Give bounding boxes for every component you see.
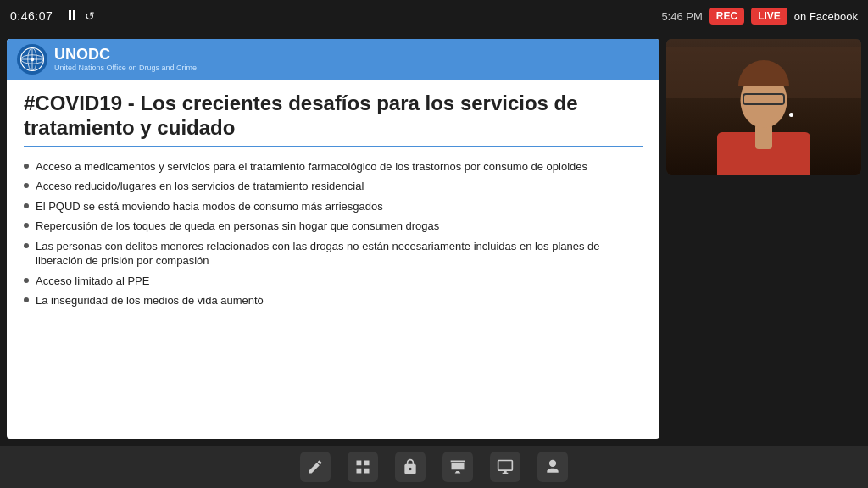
timer-display: 0:46:07 <box>10 9 53 23</box>
slide-divider <box>24 146 643 147</box>
bullet-text: Repercusión de los toques de queda en pe… <box>36 219 439 234</box>
bullet-item: Acceso reducido/lugares en los servicios… <box>24 179 643 194</box>
bullet-text: Acceso reducido/lugares en los servicios… <box>36 179 364 194</box>
lock-button[interactable] <box>395 452 426 482</box>
bullet-dot <box>24 243 29 248</box>
bullet-item: El PQUD se está moviendo hacia modos de … <box>24 199 643 214</box>
bullet-item: Repercusión de los toques de queda en pe… <box>24 219 643 234</box>
main-area: UNODC United Nations Office on Drugs and… <box>0 32 868 446</box>
slide-content: #COVID19 - Los crecientes desafíos para … <box>7 80 659 439</box>
rec-badge: REC <box>709 8 744 25</box>
bullet-dot <box>24 164 29 169</box>
facebook-label: on Facebook <box>794 10 858 23</box>
clock-display: 5:46 PM <box>661 10 702 23</box>
unodc-subtitle: United Nations Office on Drugs and Crime <box>54 64 197 73</box>
playback-controls[interactable]: ↺ <box>68 9 95 23</box>
bullet-item: Las personas con delitos menores relacio… <box>24 239 643 269</box>
camera-feed <box>666 39 861 175</box>
monitor-button[interactable] <box>490 452 520 482</box>
bullet-item: Acceso a medicamentos y servicios para e… <box>24 159 643 175</box>
bullet-list: Acceso a medicamentos y servicios para e… <box>24 159 643 308</box>
slide-panel: UNODC United Nations Office on Drugs and… <box>7 39 659 439</box>
bullet-text: Acceso limitado al PPE <box>36 274 149 289</box>
bullet-dot <box>24 278 29 283</box>
unodc-header: UNODC United Nations Office on Drugs and… <box>7 39 659 80</box>
pencil-button[interactable] <box>300 452 331 482</box>
bullet-dot <box>24 183 29 188</box>
bullet-item: La inseguridad de los medios de vida aum… <box>24 293 643 308</box>
unodc-text-block: UNODC United Nations Office on Drugs and… <box>54 47 197 73</box>
unodc-title: UNODC <box>54 47 197 64</box>
presentation-button[interactable] <box>442 452 473 482</box>
person-button[interactable] <box>537 452 568 482</box>
bullet-text: Las personas con delitos menores relacio… <box>36 239 643 269</box>
slide-title: #COVID19 - Los crecientes desafíos para … <box>24 92 643 141</box>
bullet-dot <box>24 203 29 208</box>
reload-icon[interactable]: ↺ <box>85 9 95 23</box>
bottom-toolbar <box>0 446 868 488</box>
bullet-text: La inseguridad de los medios de vida aum… <box>36 293 264 308</box>
bullet-text: El PQUD se está moviendo hacia modos de … <box>36 199 383 214</box>
bullet-dot <box>24 223 29 228</box>
pause-icon[interactable] <box>68 10 76 23</box>
top-bar: 0:46:07 ↺ 5:46 PM REC LIVE on Facebook <box>0 0 868 32</box>
unodc-logo <box>17 44 47 75</box>
bullet-dot <box>24 297 29 302</box>
bullet-text: Acceso a medicamentos y servicios para e… <box>36 159 587 175</box>
top-right-controls: 5:46 PM REC LIVE on Facebook <box>661 8 858 25</box>
live-badge: LIVE <box>751 8 787 25</box>
bullet-item: Acceso limitado al PPE <box>24 274 643 289</box>
grid-button[interactable] <box>348 452 378 482</box>
